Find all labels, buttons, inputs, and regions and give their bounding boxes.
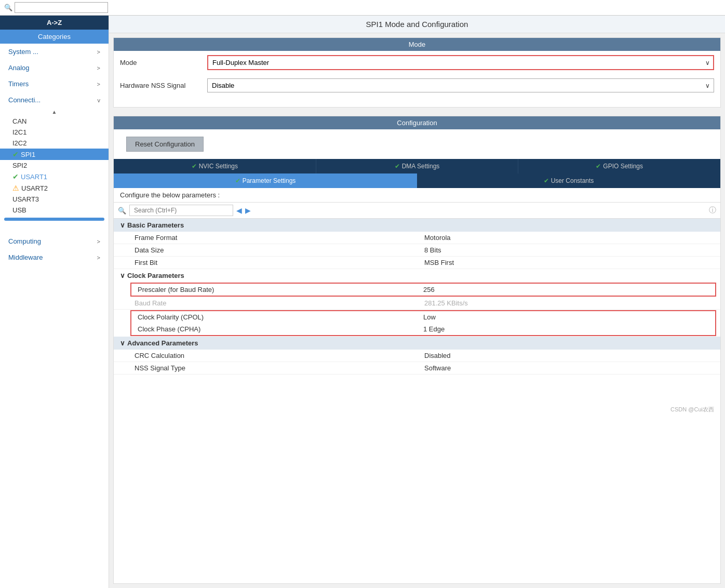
sidebar-sub-usart3[interactable]: USART3	[0, 194, 109, 205]
tab-dma-label: DMA Settings	[402, 163, 440, 170]
collapse-icon: ∨	[120, 221, 125, 229]
disabled-software-note: CSDN @Cui农西	[114, 375, 720, 418]
sidebar-item-middleware-label: Middleware	[8, 253, 43, 261]
sidebar-sub-usart2-label: USART2	[21, 184, 48, 192]
sidebar-sub-spi2-label: SPI2	[12, 162, 27, 169]
sidebar-item-computing[interactable]: Computing >	[0, 233, 109, 249]
sidebar-sub-i2c1[interactable]: I2C1	[0, 127, 109, 138]
mode-section-header: Mode	[114, 38, 720, 51]
sidebar: A->Z Categories System ... > Analog > Ti…	[0, 16, 109, 588]
param-value: Motorola	[424, 234, 714, 242]
param-value-crc: Disabled	[424, 352, 714, 359]
sidebar-item-connecti[interactable]: Connecti... v	[0, 92, 109, 108]
param-name-baudrate: Baud Rate	[135, 299, 424, 307]
chevron-right-icon: >	[97, 65, 100, 71]
sidebar-sub-spi1[interactable]: ✔ SPI1	[0, 149, 109, 160]
params-table: ∨ Basic Parameters Frame Format Motorola…	[114, 219, 720, 583]
sidebar-sub-spi1-label: SPI1	[21, 151, 35, 158]
params-search-input[interactable]	[129, 205, 233, 216]
sidebar-categories[interactable]: Categories	[0, 30, 109, 44]
sidebar-sub-can-label: CAN	[12, 117, 26, 125]
sidebar-item-analog[interactable]: Analog >	[0, 60, 109, 76]
tabs-row2: ✔ Parameter Settings ✔ User Constants	[114, 173, 720, 188]
mode-row: Mode Full-Duplex Master Disable Full-Dup…	[114, 51, 720, 74]
param-name-cpol: Clock Polarity (CPOL)	[138, 313, 423, 321]
tab-user-constants[interactable]: ✔ User Constants	[417, 173, 720, 188]
tab-gpio-settings[interactable]: ✔ GPIO Settings	[518, 159, 720, 173]
nav-prev-button[interactable]: ◀	[236, 206, 242, 215]
check-icon: ✔	[12, 172, 19, 181]
sidebar-item-system-label: System ...	[8, 48, 38, 56]
table-row-baudrate: Baud Rate 281.25 KBits/s	[114, 297, 720, 310]
nss-select[interactable]: Disable Hardware NSS Input Signal Hardwa…	[207, 78, 714, 92]
sidebar-sub-usart2[interactable]: ⚠ USART2	[0, 182, 109, 194]
collapse-icon: ∨	[120, 339, 125, 347]
content-area: SPI1 Mode and Configuration Mode Mode Fu…	[109, 16, 725, 588]
check-icon: ✔	[235, 177, 240, 184]
main-layout: A->Z Categories System ... > Analog > Ti…	[0, 16, 725, 588]
sidebar-sub-i2c1-label: I2C1	[12, 128, 26, 136]
sidebar-sub-i2c2[interactable]: I2C2	[0, 138, 109, 149]
param-value-baudrate: 281.25 KBits/s	[424, 299, 714, 307]
sidebar-sub-usart3-label: USART3	[12, 195, 39, 203]
top-bar: 🔍	[0, 0, 725, 16]
scroll-bar[interactable]	[4, 218, 104, 221]
sidebar-sub-usb[interactable]: USB	[0, 205, 109, 216]
config-section: Configuration Reset Configuration ✔ NVIC…	[113, 116, 721, 584]
check-icon: ✔	[395, 163, 400, 170]
advanced-params-header[interactable]: ∨ Advanced Parameters	[114, 337, 720, 350]
param-value: 8 Bits	[424, 246, 714, 254]
basic-params-header[interactable]: ∨ Basic Parameters	[114, 219, 720, 232]
table-row: First Bit MSB First	[114, 257, 720, 269]
page-title: SPI1 Mode and Configuration	[109, 16, 725, 33]
sidebar-item-system[interactable]: System ... >	[0, 44, 109, 60]
param-value: MSB First	[424, 259, 714, 266]
param-name-crc: CRC Calculation	[135, 352, 424, 359]
sidebar-sub-usart1-label: USART1	[21, 173, 47, 181]
tab-dma-settings[interactable]: ✔ DMA Settings	[316, 159, 519, 173]
scroll-up-arrow[interactable]: ▲	[0, 108, 109, 116]
clock-params-header[interactable]: ∨ Clock Parameters	[114, 269, 720, 282]
params-search-bar: 🔍 ◀ ▶ ⓘ	[114, 203, 720, 219]
table-row: Data Size 8 Bits	[114, 244, 720, 257]
sidebar-item-computing-label: Computing	[8, 237, 41, 245]
check-icon: ✔	[596, 163, 601, 170]
nss-row: Hardware NSS Signal Disable Hardware NSS…	[114, 74, 720, 97]
mode-select[interactable]: Full-Duplex Master Disable Full-Duplex S…	[207, 55, 714, 70]
mode-label: Mode	[120, 59, 203, 66]
sidebar-sub-can[interactable]: CAN	[0, 116, 109, 127]
basic-params-label: Basic Parameters	[127, 221, 184, 229]
watermark-text: CSDN @Cui农西	[670, 406, 714, 412]
sidebar-sub-spi2[interactable]: SPI2	[0, 160, 109, 171]
chevron-down-icon: v	[98, 97, 101, 103]
check-icon: ✔	[12, 150, 19, 158]
sidebar-sub-usart1[interactable]: ✔ USART1	[0, 171, 109, 182]
param-value-prescaler: 256	[423, 286, 709, 293]
param-name: Frame Format	[135, 234, 424, 242]
nav-next-button[interactable]: ▶	[245, 206, 251, 215]
mode-section: Mode Mode Full-Duplex Master Disable Ful…	[113, 37, 721, 108]
reset-config-button[interactable]: Reset Configuration	[126, 137, 204, 152]
sidebar-az[interactable]: A->Z	[0, 16, 109, 30]
params-header: Configure the below parameters :	[114, 188, 720, 203]
sidebar-item-middleware[interactable]: Middleware >	[0, 249, 109, 265]
tab-nvic-settings[interactable]: ✔ NVIC Settings	[114, 159, 316, 173]
table-row-cpol: Clock Polarity (CPOL) Low	[131, 311, 715, 323]
clock-polarity-phase-group: Clock Polarity (CPOL) Low Clock Phase (C…	[130, 310, 716, 336]
param-name: First Bit	[135, 259, 424, 266]
top-search-input[interactable]	[15, 2, 108, 13]
param-value-cpol: Low	[423, 313, 709, 321]
check-icon: ✔	[544, 177, 549, 184]
tab-gpio-label: GPIO Settings	[603, 163, 643, 170]
table-row-cpha: Clock Phase (CPHA) 1 Edge	[131, 323, 715, 335]
info-button[interactable]: ⓘ	[709, 206, 716, 215]
sidebar-sub-usb-label: USB	[12, 206, 26, 214]
collapse-icon: ∨	[120, 272, 125, 279]
advanced-params-label: Advanced Parameters	[127, 339, 198, 347]
tab-param-label: Parameter Settings	[243, 177, 296, 184]
nss-label: Hardware NSS Signal	[120, 82, 203, 89]
table-row: CRC Calculation Disabled	[114, 350, 720, 362]
warn-icon: ⚠	[12, 184, 19, 192]
tab-parameter-settings[interactable]: ✔ Parameter Settings	[114, 173, 417, 188]
sidebar-item-timers[interactable]: Timers >	[0, 76, 109, 92]
